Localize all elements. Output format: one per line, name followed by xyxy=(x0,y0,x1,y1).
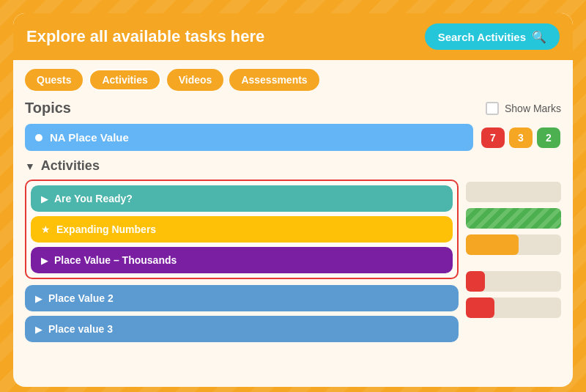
tab-assessments[interactable]: Assessments xyxy=(229,69,319,91)
show-marks-label: Show Marks xyxy=(505,103,561,114)
search-activities-button[interactable]: Search Activities 🔍 xyxy=(425,23,560,50)
activity-name-3: Place Value – Thousands xyxy=(54,254,177,266)
activities-col: ▼ Activities ▶ Are You Ready? ★ E xyxy=(25,158,459,382)
activities-section: ▼ Activities ▶ Are You Ready? ★ E xyxy=(25,158,561,382)
topic-badges: 7 3 2 xyxy=(481,127,561,148)
play-icon-3: ▶ xyxy=(41,255,48,266)
activities-header: ▼ Activities xyxy=(25,158,459,174)
search-icon: 🔍 xyxy=(532,29,546,44)
activity-name-1: Are You Ready? xyxy=(54,193,133,204)
activities-arrow: ▼ xyxy=(25,160,35,172)
main-panel: Explore all available tasks here Search … xyxy=(13,13,573,387)
activity-name-4: Place Value 2 xyxy=(48,292,114,304)
activities-list-normal: ▶ Place Value 2 ▶ Place value 3 xyxy=(25,285,459,342)
topics-title: Topics xyxy=(25,100,71,117)
outer-background: Explore all available tasks here Search … xyxy=(0,0,586,392)
highlighted-group: ▶ Are You Ready? ★ Expanding Numbers ▶ P… xyxy=(25,180,459,279)
badge-orange: 3 xyxy=(509,127,533,148)
tab-activities[interactable]: Activities xyxy=(89,69,160,91)
topics-header-row: Topics Show Marks xyxy=(25,100,561,117)
activity-place-value-thousands[interactable]: ▶ Place Value – Thousands xyxy=(31,247,453,273)
mark-bar-small-red-4 xyxy=(466,271,485,292)
topic-row[interactable]: NA Place Value xyxy=(25,124,473,151)
search-btn-label: Search Activities xyxy=(438,31,526,43)
play-icon-1: ▶ xyxy=(41,193,48,204)
tabs-row: Quests Activities Videos Assessments xyxy=(25,69,561,91)
activity-place-value-3[interactable]: ▶ Place value 3 xyxy=(25,316,459,342)
topic-name: NA Place Value xyxy=(50,131,129,144)
activity-name-2: Expanding Numbers xyxy=(56,223,156,235)
activity-name-5: Place value 3 xyxy=(48,323,113,335)
mark-bar-4 xyxy=(466,271,561,292)
mark-bar-2 xyxy=(466,208,561,229)
topic-dot xyxy=(35,134,42,141)
page-title: Explore all available tasks here xyxy=(26,27,264,46)
show-marks-checkbox[interactable] xyxy=(486,102,499,115)
mark-bar-full-2 xyxy=(466,208,561,229)
badge-green: 2 xyxy=(537,127,560,148)
play-icon-4: ▶ xyxy=(35,293,42,304)
activity-place-value-2[interactable]: ▶ Place Value 2 xyxy=(25,285,459,311)
content-area: Quests Activities Videos Assessments Top… xyxy=(13,60,573,387)
tab-videos[interactable]: Videos xyxy=(167,69,224,91)
badge-red: 7 xyxy=(481,127,505,148)
header-bar: Explore all available tasks here Search … xyxy=(13,13,573,60)
activity-are-you-ready[interactable]: ▶ Are You Ready? xyxy=(31,185,453,212)
mark-bar-partial-3 xyxy=(466,234,519,255)
star-icon: ★ xyxy=(41,223,51,235)
marks-col xyxy=(466,158,561,382)
mark-bar-empty-1 xyxy=(466,182,561,202)
mark-bar-small-red2-5 xyxy=(466,297,494,318)
mark-bar-1 xyxy=(466,182,561,202)
mark-bar-5 xyxy=(466,297,561,318)
show-marks-container: Show Marks xyxy=(486,102,561,115)
play-icon-5: ▶ xyxy=(35,324,42,335)
activity-expanding-numbers[interactable]: ★ Expanding Numbers xyxy=(31,216,453,243)
mark-bar-3 xyxy=(466,234,561,255)
activities-title: Activities xyxy=(41,158,100,174)
tab-quests[interactable]: Quests xyxy=(25,69,83,91)
